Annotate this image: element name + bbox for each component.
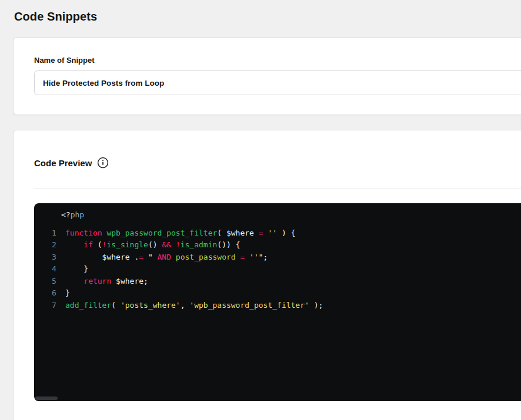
code-token: AND [158,253,171,261]
code-token: && [162,240,171,249]
code-token [245,253,249,261]
line-number: 6 [52,287,60,300]
code-token [65,277,84,285]
line-number: 4 [52,263,60,275]
code-token: $where; [111,277,148,285]
code-token [65,240,84,249]
line-number: 3 [52,251,60,264]
code-token: function [65,229,102,237]
code-line: 7add_filter( 'posts_where', 'wpb_passwor… [34,300,521,312]
line-number: 2 [52,239,60,251]
code-token: = [139,253,143,261]
line-number: 5 [52,275,60,288]
code-token: ( [93,240,102,249]
code-token: add_filter [65,301,111,310]
page: Code Snippets Name of Snippet Code Previ… [0,0,521,420]
code-token: = [259,229,263,237]
code-token: ( [111,301,121,310]
code-token: is_admin [181,240,218,249]
code-token: " [143,253,157,261]
code-token: ( $where [217,229,258,237]
code-token: ); [309,301,323,310]
snippet-name-input[interactable] [34,70,521,95]
code-line: 6} [34,287,521,300]
code-line: 4 } [34,263,521,275]
code-token: php [71,210,84,219]
code-preview-heading: Code Preview [34,158,92,168]
code-editor[interactable]: <?php 1function wpb_password_post_filter… [34,203,521,401]
code-token: ) { [277,229,295,237]
php-open-tag-line: <?php [34,209,521,221]
code-token: return [84,277,111,285]
code-token: 'posts_where' [121,301,181,310]
code-preview-heading-row: Code Preview [14,157,521,169]
code-token: ()) { [217,240,240,249]
code-lines: 1function wpb_password_post_filter( $whe… [34,227,521,312]
divider [34,189,521,189]
snippet-name-card: Name of Snippet [13,37,521,115]
code-token: , [181,301,190,310]
code-token: wpb_password_post_filter [106,229,217,237]
code-token: $where . [65,253,139,261]
snippet-name-label: Name of Snippet [34,56,521,65]
code-token [171,253,176,261]
code-token: post_password [176,253,236,261]
code-token: 'wpb_password_post_filter' [189,301,309,310]
code-line: 1function wpb_password_post_filter( $whe… [34,227,521,240]
code-preview-card: Code Preview <?php 1function wpb_passwor… [13,130,521,420]
code-token: ! [176,240,181,249]
line-number: 1 [52,227,60,240]
code-token [171,240,176,249]
page-title: Code Snippets [0,0,521,23]
code-token: '' [268,229,277,237]
code-token: if [84,240,93,249]
line-number: 7 [52,300,60,312]
code-line: 5 return $where; [34,275,521,288]
code-token: is_single [106,240,148,249]
code-token: '' [249,253,259,261]
code-token: () [148,240,162,249]
code-token: } [65,264,88,273]
horizontal-scrollbar-thumb[interactable] [35,397,58,400]
code-line: 3 $where .= " AND post_password = ''"; [34,251,521,264]
code-token: <? [61,210,71,219]
info-circle-icon[interactable] [97,157,109,169]
code-token: } [65,288,70,297]
code-token: "; [259,253,268,261]
code-line: 2 if (!is_single() && !is_admin()) { [34,239,521,251]
